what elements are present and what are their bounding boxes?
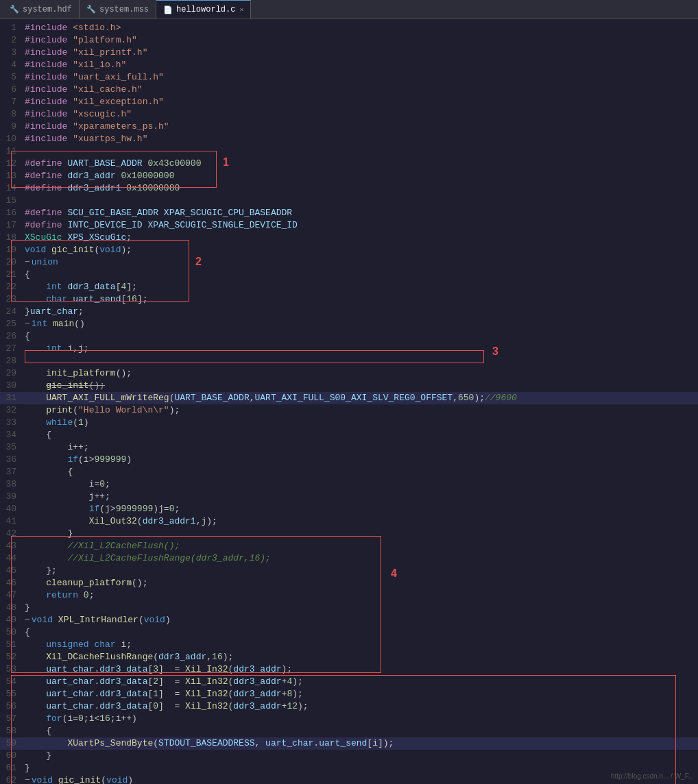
code-line-33: 33 while(1) <box>0 417 698 429</box>
code-line-38: 38 i=0; <box>0 478 698 491</box>
code-line-7: 7 #include "xil_exception.h" <box>0 96 698 108</box>
code-line-8: 8 #include "xscugic.h" <box>0 108 698 121</box>
tab-icon-c: 📄 <box>163 5 173 14</box>
code-line-27: 27 int i,j; <box>0 343 698 355</box>
code-line-23: 23 char uart_send[16]; <box>0 293 698 306</box>
code-line-30: 30 gic_init(); <box>0 380 698 392</box>
code-line-19: 19 void gic_init(void); <box>0 244 698 256</box>
code-line-61: 61 } <box>0 762 698 774</box>
code-line-26: 26 { <box>0 330 698 343</box>
code-line-21: 21 { <box>0 269 698 281</box>
code-line-5: 5 #include "uart_axi_full.h" <box>0 71 698 84</box>
code-line-42: 42 } <box>0 528 698 540</box>
code-container: 1 #include <stdio.h> 2 #include "platfor… <box>0 22 698 784</box>
code-line-35: 35 i++; <box>0 441 698 454</box>
code-line-1: 1 #include <stdio.h> <box>0 22 698 34</box>
code-line-37: 37 { <box>0 466 698 478</box>
code-line-57: 57 for(i=0;i<16;i++) <box>0 713 698 725</box>
code-line-9: 9 #include "xparameters_ps.h" <box>0 121 698 133</box>
code-area: 1 #include <stdio.h> 2 #include "platfor… <box>0 19 698 784</box>
code-line-40: 40 if(j>9999999)j=0; <box>0 503 698 515</box>
tab-icon-mss: 🔧 <box>86 5 96 14</box>
code-line-14: 14 #define ddr3_addr1 0x10000080 <box>0 182 698 195</box>
code-line-56: 56 uart_char.ddr3_data[0] = Xil_In32(ddr… <box>0 700 698 713</box>
code-line-47: 47 return 0; <box>0 589 698 602</box>
code-line-4: 4 #include "xil_io.h" <box>0 59 698 71</box>
tab-label-hdf: system.hdf <box>23 5 72 14</box>
code-line-18: 18 XScuGic XPS_XScuGic; <box>0 232 698 244</box>
tab-label-mss: system.mss <box>99 5 149 14</box>
code-line-20: 20 −union <box>0 256 698 269</box>
code-line-45: 45 }; <box>0 565 698 577</box>
code-line-15: 15 <box>0 195 698 207</box>
code-line-25: 25 −int main() <box>0 318 698 330</box>
code-line-31: 31 UART_AXI_FULL_mWriteReg(UART_BASE_ADD… <box>0 392 698 404</box>
code-line-59: 59 XUartPs_SendByte(STDOUT_BASEADDRESS, … <box>0 737 698 750</box>
tab-helloworld-c[interactable]: 📄 helloworld.c ✕ <box>156 0 251 19</box>
code-line-10: 10 #include "xuartps_hw.h" <box>0 133 698 145</box>
code-line-46: 46 cleanup_platform(); <box>0 577 698 589</box>
code-line-39: 39 j++; <box>0 491 698 503</box>
code-line-55: 55 uart_char.ddr3_data[1] = Xil_In32(ddr… <box>0 688 698 700</box>
code-line-34: 34 { <box>0 429 698 441</box>
code-line-32: 32 print("Hello World\n\r"); <box>0 404 698 417</box>
code-line-44: 44 //Xil_L2CacheFlushRange(ddr3_addr,16)… <box>0 552 698 565</box>
code-line-16: 16 #define SCU_GIC_BASE_ADDR XPAR_SCUGIC… <box>0 207 698 219</box>
code-line-51: 51 unsigned char i; <box>0 639 698 651</box>
code-line-50: 50 { <box>0 626 698 639</box>
code-line-2: 2 #include "platform.h" <box>0 34 698 47</box>
code-line-36: 36 if(i>999999) <box>0 454 698 466</box>
code-line-49: 49 −void XPL_IntrHandler(void) <box>0 614 698 626</box>
code-line-62: 62 −void gic_init(void) <box>0 774 698 784</box>
code-line-52: 52 Xil_DCacheFlushRange(ddr3_addr,16); <box>0 651 698 663</box>
tab-system-hdf[interactable]: 🔧 system.hdf <box>3 0 80 19</box>
code-line-53: 53 uart_char.ddr3_data[3] = Xil_In32(ddr… <box>0 663 698 676</box>
code-line-6: 6 #include "xil_cache.h" <box>0 84 698 96</box>
tab-close-icon[interactable]: ✕ <box>239 5 243 14</box>
tab-label-c: helloworld.c <box>176 5 235 14</box>
tab-system-mss[interactable]: 🔧 system.mss <box>80 0 156 19</box>
code-line-60: 60 } <box>0 750 698 762</box>
code-line-41: 41 Xil_Out32(ddr3_addr1,j); <box>0 515 698 528</box>
tab-icon-hdf: 🔧 <box>10 5 19 14</box>
code-line-11: 11 <box>0 145 698 158</box>
code-line-12: 12 #define UART_BASE_ADDR 0x43c00000 <box>0 158 698 170</box>
code-line-29: 29 init_platform(); <box>0 367 698 380</box>
code-line-3: 3 #include "xil_printf.h" <box>0 47 698 59</box>
code-line-24: 24 }uart_char; <box>0 306 698 318</box>
code-line-43: 43 //Xil_L2CacheFlush(); <box>0 540 698 552</box>
code-line-22: 22 int ddr3_data[4]; <box>0 281 698 293</box>
code-line-28: 28 <box>0 355 698 367</box>
tab-bar: 🔧 system.hdf 🔧 system.mss 📄 helloworld.c… <box>0 0 698 19</box>
code-line-17: 17 #define INTC_DEVICE_ID XPAR_SCUGIC_SI… <box>0 219 698 232</box>
code-line-54: 54 uart_char.ddr3_data[2] = Xil_In32(ddr… <box>0 676 698 688</box>
code-line-48: 48 } <box>0 602 698 614</box>
code-line-58: 58 { <box>0 725 698 737</box>
code-line-13: 13 #define ddr3_addr 0x10000000 <box>0 170 698 182</box>
